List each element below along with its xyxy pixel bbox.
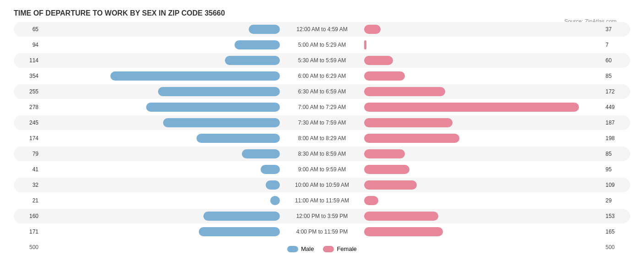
male-swatch bbox=[287, 246, 298, 252]
chart-row: 79 8:30 AM to 8:59 AM 85 bbox=[14, 147, 630, 161]
chart-row: 245 7:30 AM to 7:59 AM 187 bbox=[14, 115, 630, 130]
female-bar-container bbox=[363, 118, 603, 127]
time-label: 6:00 AM to 6:29 AM bbox=[281, 73, 363, 79]
female-bar bbox=[364, 56, 393, 65]
female-bar-container bbox=[363, 25, 603, 34]
axis-left-label: 500 bbox=[14, 244, 41, 250]
male-bar-container bbox=[41, 71, 281, 81]
female-bar bbox=[364, 87, 445, 96]
female-value: 109 bbox=[603, 182, 630, 188]
male-value: 255 bbox=[14, 88, 41, 95]
female-value: 153 bbox=[603, 213, 630, 219]
male-bar-container bbox=[41, 196, 281, 205]
legend-male: Male bbox=[287, 245, 314, 252]
female-bar-container bbox=[363, 56, 603, 65]
chart-row: 114 5:30 AM to 5:59 AM 60 bbox=[14, 53, 630, 68]
legend: Male Female bbox=[41, 245, 603, 252]
chart-row: 32 10:00 AM to 10:59 AM 109 bbox=[14, 178, 630, 192]
male-bar-container bbox=[41, 56, 281, 65]
female-value: 29 bbox=[603, 197, 630, 204]
male-bar-container bbox=[41, 180, 281, 190]
chart-row: 255 6:30 AM to 6:59 AM 172 bbox=[14, 84, 630, 99]
chart-row: 171 4:00 PM to 11:59 PM 165 bbox=[14, 224, 630, 239]
female-bar bbox=[364, 149, 405, 158]
male-bar-container bbox=[41, 212, 281, 221]
female-bar bbox=[364, 40, 366, 49]
time-label: 9:00 AM to 9:59 AM bbox=[281, 166, 363, 173]
male-bar-container bbox=[41, 25, 281, 34]
female-bar bbox=[364, 25, 381, 34]
female-bar bbox=[364, 212, 438, 221]
female-bar-container bbox=[363, 212, 603, 221]
male-value: 21 bbox=[14, 197, 41, 204]
female-bar-container bbox=[363, 40, 603, 49]
male-value: 79 bbox=[14, 151, 41, 157]
female-bar-container bbox=[363, 87, 603, 96]
female-value: 37 bbox=[603, 26, 630, 33]
female-bar bbox=[364, 118, 453, 127]
female-value: 95 bbox=[603, 166, 630, 173]
time-label: 12:00 PM to 3:59 PM bbox=[281, 213, 363, 219]
male-bar bbox=[270, 196, 280, 205]
female-value: 60 bbox=[603, 57, 630, 64]
female-label: Female bbox=[337, 245, 356, 252]
chart-row: 65 12:00 AM to 4:59 AM 37 bbox=[14, 22, 630, 37]
time-label: 12:00 AM to 4:59 AM bbox=[281, 26, 363, 33]
female-bar bbox=[364, 227, 443, 236]
female-bar bbox=[364, 165, 409, 174]
female-bar-container bbox=[363, 196, 603, 205]
time-label: 7:30 AM to 7:59 AM bbox=[281, 120, 363, 126]
female-bar-container bbox=[363, 227, 603, 236]
male-bar bbox=[225, 56, 280, 65]
male-value: 160 bbox=[14, 213, 41, 219]
male-bar bbox=[146, 103, 280, 112]
male-bar bbox=[242, 149, 280, 158]
chart-title: TIME OF DEPARTURE TO WORK BY SEX IN ZIP … bbox=[14, 9, 630, 17]
male-value: 171 bbox=[14, 228, 41, 235]
female-bar bbox=[364, 180, 417, 190]
legend-female: Female bbox=[323, 245, 356, 252]
male-value: 354 bbox=[14, 73, 41, 79]
axis-center: Male Female bbox=[41, 242, 603, 252]
female-bar bbox=[364, 71, 405, 81]
male-bar-container bbox=[41, 87, 281, 96]
chart-row: 21 11:00 AM to 11:59 AM 29 bbox=[14, 193, 630, 208]
female-bar-container bbox=[363, 165, 603, 174]
male-bar-container bbox=[41, 134, 281, 143]
chart-row: 174 8:00 AM to 8:29 AM 198 bbox=[14, 131, 630, 146]
male-bar bbox=[261, 165, 280, 174]
male-bar-container bbox=[41, 103, 281, 112]
male-value: 32 bbox=[14, 182, 41, 188]
axis-right-label: 500 bbox=[603, 244, 630, 250]
female-value: 85 bbox=[603, 73, 630, 79]
female-value: 165 bbox=[603, 228, 630, 235]
time-label: 8:30 AM to 8:59 AM bbox=[281, 151, 363, 157]
female-bar bbox=[364, 196, 378, 205]
female-bar-container bbox=[363, 149, 603, 158]
chart-area: 65 12:00 AM to 4:59 AM 37 94 5:00 AM to … bbox=[14, 22, 630, 252]
chart-row: 94 5:00 AM to 5:29 AM 7 bbox=[14, 38, 630, 52]
male-bar bbox=[199, 227, 280, 236]
male-value: 94 bbox=[14, 42, 41, 48]
male-value: 245 bbox=[14, 120, 41, 126]
chart-row: 41 9:00 AM to 9:59 AM 95 bbox=[14, 162, 630, 177]
male-value: 65 bbox=[14, 26, 41, 33]
axis-row: 500 Male Female 500 bbox=[14, 242, 630, 252]
time-label: 4:00 PM to 11:59 PM bbox=[281, 228, 363, 235]
chart-row: 160 12:00 PM to 3:59 PM 153 bbox=[14, 209, 630, 223]
male-bar-container bbox=[41, 40, 281, 49]
female-value: 7 bbox=[603, 42, 630, 48]
female-value: 449 bbox=[603, 104, 630, 110]
female-value: 172 bbox=[603, 88, 630, 95]
time-label: 10:00 AM to 10:59 AM bbox=[281, 182, 363, 188]
female-value: 187 bbox=[603, 120, 630, 126]
male-value: 174 bbox=[14, 135, 41, 141]
female-value: 85 bbox=[603, 151, 630, 157]
male-bar bbox=[249, 25, 280, 34]
female-bar-container bbox=[363, 71, 603, 81]
male-bar-container bbox=[41, 165, 281, 174]
female-bar bbox=[364, 134, 459, 143]
time-label: 5:30 AM to 5:59 AM bbox=[281, 57, 363, 64]
time-label: 11:00 AM to 11:59 AM bbox=[281, 197, 363, 204]
male-bar-container bbox=[41, 149, 281, 158]
